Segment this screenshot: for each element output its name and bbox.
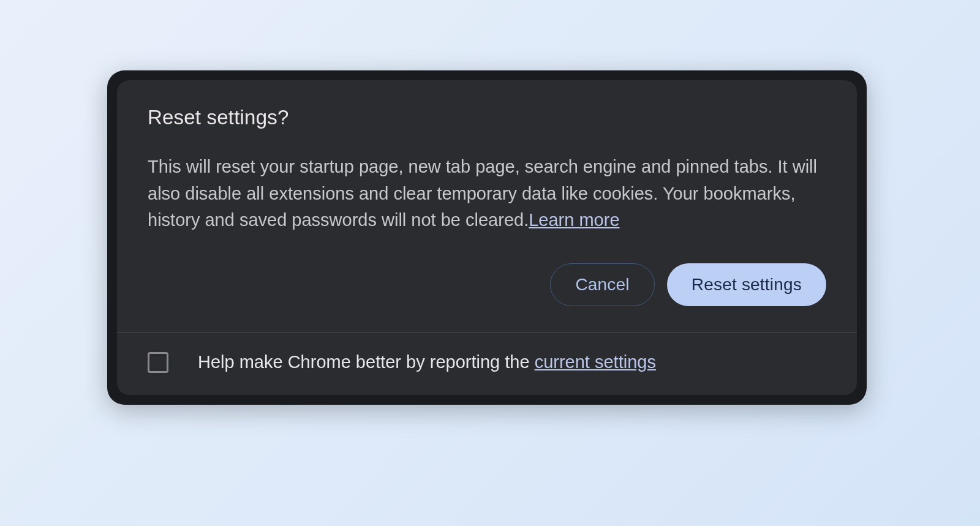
dialog-panel: Reset settings? This will reset your sta… xyxy=(117,80,857,395)
dialog-title: Reset settings? xyxy=(148,106,826,129)
learn-more-link[interactable]: Learn more xyxy=(529,210,619,230)
dialog-body-text: This will reset your startup page, new t… xyxy=(148,157,817,230)
reset-settings-button[interactable]: Reset settings xyxy=(667,263,826,306)
reset-settings-dialog: Reset settings? This will reset your sta… xyxy=(107,70,867,405)
dialog-description: This will reset your startup page, new t… xyxy=(148,154,826,234)
cancel-button[interactable]: Cancel xyxy=(550,263,654,306)
dialog-button-row: Cancel Reset settings xyxy=(148,263,826,310)
dialog-footer: Help make Chrome better by reporting the… xyxy=(117,332,857,395)
report-settings-checkbox[interactable] xyxy=(148,352,168,373)
dialog-main: Reset settings? This will reset your sta… xyxy=(117,80,857,332)
footer-label: Help make Chrome better by reporting the… xyxy=(198,352,656,372)
footer-label-text: Help make Chrome better by reporting the xyxy=(198,352,535,372)
current-settings-link[interactable]: current settings xyxy=(535,352,656,372)
